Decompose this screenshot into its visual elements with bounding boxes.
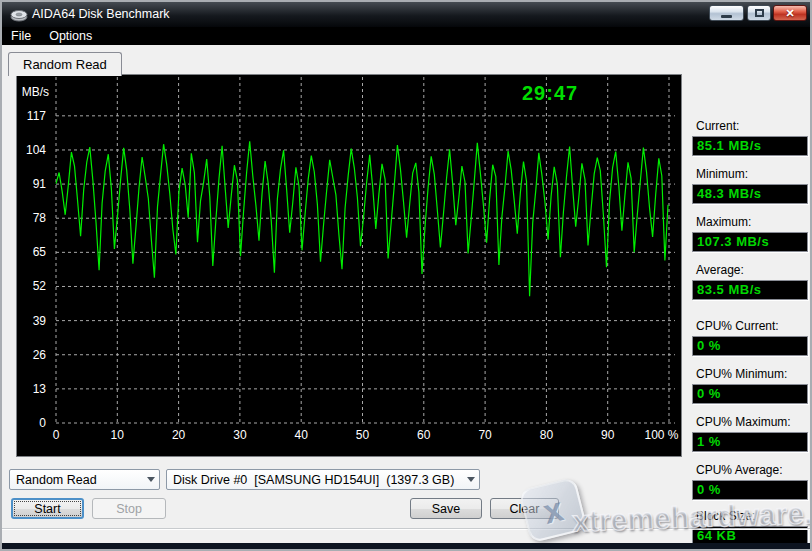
stat-label: Current: bbox=[696, 119, 739, 133]
stat-label: CPU% Minimum: bbox=[696, 367, 787, 381]
stat-value-box: 0 % bbox=[692, 480, 808, 500]
x-axis-label: 0 bbox=[53, 428, 60, 442]
drive-value: Disk Drive #0 [SAMSUNG HD154UI] (1397.3 … bbox=[173, 473, 463, 487]
stat-value-box: 0 % bbox=[692, 384, 808, 404]
window-title: AIDA64 Disk Benchmark bbox=[32, 2, 170, 27]
maximize-button[interactable] bbox=[747, 5, 771, 21]
status-separator bbox=[2, 528, 810, 530]
x-axis-label: 90 bbox=[601, 428, 614, 442]
stat-value-box: 1 % bbox=[692, 432, 808, 452]
y-axis-label: 52 bbox=[19, 279, 46, 293]
stat-value-box: 48.3 MB/s bbox=[692, 184, 808, 204]
tab-random-read[interactable]: Random Read bbox=[8, 52, 122, 76]
stat-label: Block Size: bbox=[696, 509, 755, 523]
chevron-down-icon bbox=[143, 470, 159, 489]
y-axis-label: 65 bbox=[19, 245, 46, 259]
menu-bar: File Options bbox=[2, 27, 810, 45]
stat-label: CPU% Average: bbox=[696, 463, 783, 477]
y-axis-label: 78 bbox=[19, 211, 46, 225]
x-axis-label: 100 % bbox=[644, 428, 678, 442]
chart-canvas bbox=[17, 75, 681, 456]
drive-dropdown[interactable]: Disk Drive #0 [SAMSUNG HD154UI] (1397.3 … bbox=[166, 469, 480, 490]
throughput-line bbox=[56, 141, 668, 296]
stat-value-box: 83.5 MB/s bbox=[692, 280, 808, 300]
y-axis-label: 39 bbox=[19, 314, 46, 328]
client-area: Random Read MB/s 29:47 01020304050607080… bbox=[2, 45, 810, 543]
x-axis-label: 80 bbox=[540, 428, 553, 442]
x-axis-label: 20 bbox=[172, 428, 185, 442]
chevron-down-icon bbox=[463, 470, 479, 489]
minimize-button[interactable] bbox=[709, 5, 744, 21]
title-bar: AIDA64 Disk Benchmark ✕ bbox=[2, 2, 810, 27]
y-axis-label: 26 bbox=[19, 348, 46, 362]
stat-label: CPU% Current: bbox=[696, 319, 779, 333]
stop-button[interactable]: Stop bbox=[92, 498, 166, 519]
y-axis-unit: MB/s bbox=[19, 85, 49, 99]
save-button[interactable]: Save bbox=[410, 498, 482, 519]
minimize-icon bbox=[721, 15, 732, 18]
x-axis-label: 60 bbox=[417, 428, 430, 442]
stat-label: CPU% Maximum: bbox=[696, 415, 791, 429]
window-bottom-frame bbox=[2, 543, 810, 549]
clear-button[interactable]: Clear bbox=[490, 498, 559, 519]
y-axis-label: 13 bbox=[19, 382, 46, 396]
menu-file[interactable]: File bbox=[2, 28, 40, 44]
y-axis-label: 91 bbox=[19, 177, 46, 191]
elapsed-timer: 29:47 bbox=[522, 82, 578, 105]
stat-value-box: 107.3 MB/s bbox=[692, 232, 808, 252]
x-axis-label: 70 bbox=[478, 428, 491, 442]
close-icon: ✕ bbox=[785, 7, 794, 20]
x-axis-label: 30 bbox=[233, 428, 246, 442]
y-axis-label: 0 bbox=[19, 416, 46, 430]
maximize-icon bbox=[755, 9, 764, 17]
benchmark-chart: MB/s 29:47 0102030405060708090100 %11710… bbox=[17, 75, 681, 456]
stat-label: Average: bbox=[696, 263, 744, 277]
close-button[interactable]: ✕ bbox=[773, 5, 807, 21]
x-axis-label: 40 bbox=[295, 428, 308, 442]
y-axis-label: 104 bbox=[19, 143, 46, 157]
start-button[interactable]: Start bbox=[11, 498, 84, 519]
stat-value-box: 0 % bbox=[692, 336, 808, 356]
y-axis-label: 117 bbox=[19, 109, 46, 123]
test-type-dropdown[interactable]: Random Read bbox=[9, 469, 160, 490]
app-window: AIDA64 Disk Benchmark ✕ File Options Ran… bbox=[0, 0, 812, 551]
x-axis-label: 50 bbox=[356, 428, 369, 442]
stat-label: Maximum: bbox=[696, 215, 751, 229]
stat-label: Minimum: bbox=[696, 167, 748, 181]
test-type-value: Random Read bbox=[16, 473, 143, 487]
stat-value-box: 85.1 MB/s bbox=[692, 136, 808, 156]
x-axis-label: 10 bbox=[111, 428, 124, 442]
menu-options[interactable]: Options bbox=[40, 28, 101, 44]
app-disk-icon bbox=[10, 7, 28, 22]
